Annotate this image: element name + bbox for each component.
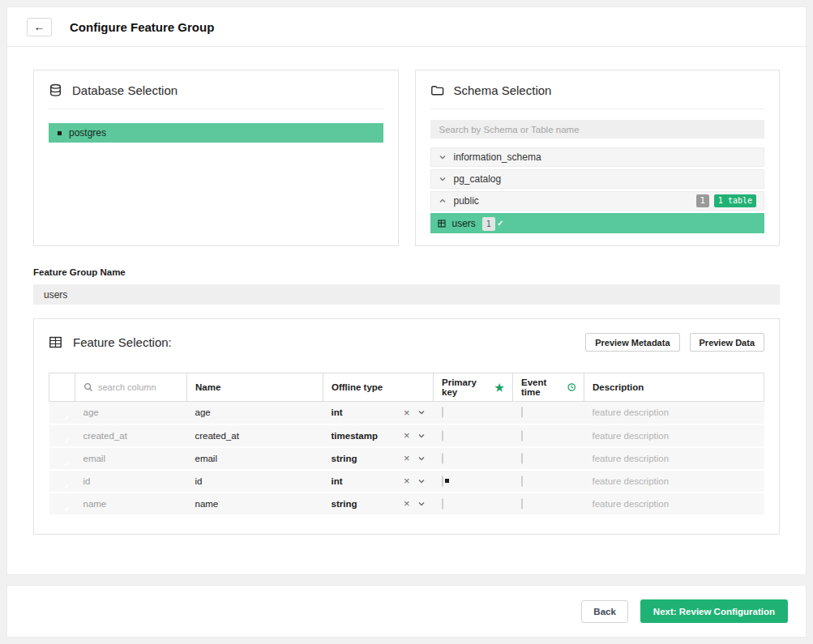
feature-row-created-at: created_at created_at timestamp × [49, 424, 764, 447]
chevron-down-icon [439, 153, 447, 161]
schema-search-input[interactable] [430, 120, 765, 139]
table-count-badge: 1 [482, 217, 495, 231]
next-review-configuration-button[interactable]: Next: Review Configuration [640, 599, 788, 623]
row-feature-name: age [187, 402, 323, 424]
row-offline-type: timestamp [332, 431, 379, 441]
schema-count-badge: 1 [696, 194, 709, 207]
type-dropdown-chevron-icon[interactable] [417, 408, 426, 416]
row-offline-type: int [332, 476, 343, 486]
database-selection-panel: Database Selection postgres [33, 70, 399, 246]
search-icon [83, 382, 93, 392]
feature-row-email: email email string × [49, 447, 764, 470]
chevron-down-icon [439, 175, 447, 183]
schema-item-label: pg_catalog [454, 173, 502, 185]
feature-group-name-label: Feature Group Name [33, 267, 780, 277]
type-dropdown-chevron-icon[interactable] [417, 454, 426, 463]
column-header-event-time: Event time [521, 377, 563, 397]
type-dropdown-chevron-icon[interactable] [417, 477, 426, 485]
column-header-description: Description [584, 373, 764, 402]
chevron-up-icon [439, 197, 447, 205]
schema-panel-title: Schema Selection [454, 83, 552, 97]
footer-action-bar: Back Next: Review Configuration [6, 585, 807, 638]
description-input[interactable] [593, 499, 756, 509]
schema-list: information_schema pg_catalog public [430, 147, 765, 233]
clear-type-icon[interactable]: × [404, 453, 410, 463]
description-input[interactable] [593, 476, 756, 486]
feature-selection-header: Feature Selection: Preview Metadata Prev… [49, 333, 764, 352]
folder-icon [430, 83, 444, 97]
table-item-users[interactable]: users 1 [430, 213, 765, 233]
feature-group-name-input[interactable] [33, 284, 780, 305]
row-feature-name: id [187, 470, 323, 493]
feature-row-age: age age int × [49, 402, 764, 424]
schema-item-label: information_schema [454, 151, 541, 163]
event-time-checkbox[interactable] [521, 453, 523, 464]
type-dropdown-chevron-icon[interactable] [417, 432, 426, 440]
configure-feature-group-card: ← Configure Feature Group Database Selec… [6, 6, 807, 575]
schema-panel-header: Schema Selection [430, 83, 765, 109]
row-column-name: created_at [75, 424, 187, 447]
row-feature-name: created_at [187, 424, 323, 447]
database-bullet-icon [58, 131, 62, 135]
page-header: ← Configure Feature Group [7, 7, 806, 47]
primary-key-checkbox[interactable] [442, 407, 443, 418]
clock-icon [567, 382, 576, 392]
feature-table-header-row: Name Offline type Primary key ★ Event ti… [49, 373, 764, 402]
page-content: Database Selection postgres Schema Selec… [7, 47, 806, 535]
clear-type-icon[interactable]: × [404, 407, 410, 418]
database-icon [49, 83, 62, 97]
description-input[interactable] [593, 454, 756, 463]
preview-metadata-button[interactable]: Preview Metadata [585, 333, 679, 352]
page-title: Configure Feature Group [70, 20, 214, 34]
schema-item-information-schema[interactable]: information_schema [430, 147, 765, 167]
type-dropdown-chevron-icon[interactable] [417, 500, 426, 508]
feature-row-name: name name string × [49, 493, 764, 515]
schema-selection-panel: Schema Selection information_schema [415, 70, 781, 246]
table-grid-icon [438, 220, 446, 228]
primary-key-checkbox[interactable] [442, 476, 443, 487]
star-icon: ★ [494, 382, 504, 393]
feature-selection-panel: Feature Selection: Preview Metadata Prev… [33, 318, 780, 535]
row-column-name: age [75, 402, 187, 424]
event-time-checkbox[interactable] [521, 430, 523, 441]
column-header-offline-type: Offline type [323, 373, 434, 402]
description-input[interactable] [593, 431, 756, 441]
schema-item-label: public [454, 195, 479, 207]
primary-key-checkbox[interactable] [442, 430, 443, 441]
back-button[interactable]: Back [581, 600, 628, 623]
column-search-input[interactable] [98, 382, 171, 392]
table-icon [49, 335, 62, 349]
row-offline-type: string [332, 499, 357, 509]
event-time-checkbox[interactable] [521, 498, 523, 510]
row-feature-name: name [187, 493, 323, 515]
primary-key-checkbox[interactable] [442, 453, 443, 464]
database-item-label: postgres [69, 127, 106, 139]
row-offline-type: int [332, 407, 343, 417]
back-arrow-icon: ← [34, 20, 45, 33]
feature-table: Name Offline type Primary key ★ Event ti… [49, 373, 764, 516]
schema-item-public[interactable]: public 1 1 table [430, 191, 765, 211]
row-offline-type: string [332, 454, 357, 463]
column-header-primary-key: Primary key [442, 377, 490, 397]
row-feature-name: email [187, 447, 323, 470]
feature-row-id: id id int × [49, 470, 764, 493]
preview-data-button[interactable]: Preview Data [690, 333, 764, 352]
database-item-postgres[interactable]: postgres [49, 123, 383, 143]
row-column-name: email [75, 447, 187, 470]
back-arrow-button[interactable]: ← [27, 18, 52, 36]
event-time-checkbox[interactable] [521, 476, 523, 487]
clear-type-icon[interactable]: × [404, 498, 410, 509]
database-panel-header: Database Selection [49, 83, 383, 109]
schema-item-pg-catalog[interactable]: pg_catalog [430, 169, 765, 189]
row-column-name: name [75, 493, 187, 515]
table-item-label: users [452, 218, 476, 229]
feature-selection-title: Feature Selection: [73, 335, 172, 349]
primary-key-checkbox[interactable] [442, 498, 443, 510]
schema-table-count-badge: 1 table [714, 194, 756, 207]
column-header-name: Name [187, 373, 323, 402]
clear-type-icon[interactable]: × [404, 476, 410, 486]
description-input[interactable] [593, 407, 756, 417]
event-time-checkbox[interactable] [521, 407, 523, 418]
clear-type-icon[interactable]: × [404, 430, 410, 441]
database-panel-title: Database Selection [72, 83, 178, 97]
